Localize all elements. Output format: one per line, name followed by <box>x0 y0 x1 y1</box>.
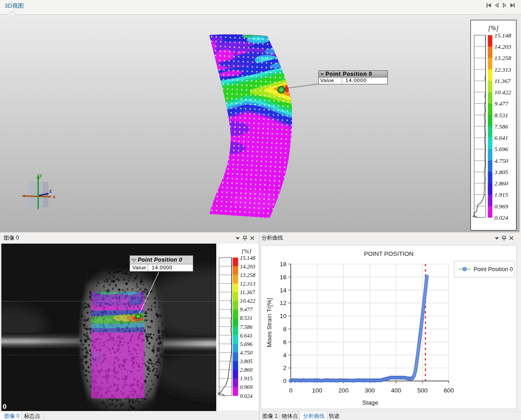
svg-text:10: 10 <box>279 313 286 319</box>
svg-text:14.203: 14.203 <box>494 43 511 50</box>
svg-text:4: 4 <box>283 352 287 359</box>
svg-text:Point Position 0: Point Position 0 <box>474 266 513 272</box>
svg-text:5.696: 5.696 <box>494 146 508 152</box>
svg-text:0.024: 0.024 <box>494 214 508 221</box>
svg-text:12.313: 12.313 <box>240 281 255 287</box>
svg-text:11.367: 11.367 <box>240 289 255 295</box>
svg-text:4.750: 4.750 <box>240 350 253 356</box>
svg-text:7.586: 7.586 <box>494 123 508 130</box>
svg-text:6.641: 6.641 <box>240 332 252 339</box>
svg-text:8.531: 8.531 <box>494 112 508 119</box>
svg-text:400: 400 <box>391 387 401 394</box>
svg-text:13.258: 13.258 <box>240 272 256 278</box>
svg-text:3.805: 3.805 <box>494 169 508 175</box>
svg-text:[%]: [%] <box>488 24 498 32</box>
svg-text:200: 200 <box>338 387 349 394</box>
svg-text:9.477: 9.477 <box>240 306 253 313</box>
svg-text:8.531: 8.531 <box>240 315 252 321</box>
svg-text:x: x <box>53 194 56 199</box>
svg-text:0.024: 0.024 <box>240 393 252 399</box>
svg-text:9.477: 9.477 <box>494 100 509 107</box>
svg-text:1.915: 1.915 <box>240 375 252 382</box>
svg-text:11.367: 11.367 <box>494 78 511 84</box>
svg-text:Mises Strain Tr[%]: Mises Strain Tr[%] <box>266 298 273 347</box>
svg-text:600: 600 <box>444 387 454 394</box>
svg-text:12: 12 <box>279 300 286 306</box>
svg-text:6.641: 6.641 <box>494 134 508 141</box>
svg-text:10.422: 10.422 <box>494 89 511 96</box>
svg-text:15.148: 15.148 <box>494 32 511 39</box>
svg-text:12.313: 12.313 <box>494 66 511 73</box>
svg-text:8: 8 <box>283 326 287 332</box>
svg-text:18: 18 <box>279 261 286 268</box>
svg-text:2.860: 2.860 <box>494 180 508 187</box>
svg-text:Stage: Stage <box>362 399 378 406</box>
svg-text:2.860: 2.860 <box>240 367 253 373</box>
svg-text:14.203: 14.203 <box>240 263 255 270</box>
svg-text:0.969: 0.969 <box>240 384 253 390</box>
svg-text:300: 300 <box>365 387 375 394</box>
svg-text:0: 0 <box>289 387 293 394</box>
svg-text:POINT POSITION: POINT POSITION <box>364 250 413 257</box>
svg-text:y: y <box>39 172 42 178</box>
svg-text:16: 16 <box>279 274 286 281</box>
svg-text:14: 14 <box>279 287 287 294</box>
svg-text:2: 2 <box>283 365 287 371</box>
svg-text:13.258: 13.258 <box>494 55 511 61</box>
svg-text:15.148: 15.148 <box>240 255 256 261</box>
svg-text:10.422: 10.422 <box>240 298 255 304</box>
svg-text:3.805: 3.805 <box>239 358 252 365</box>
svg-text:0: 0 <box>283 378 287 384</box>
svg-text:5.696: 5.696 <box>240 341 253 347</box>
svg-text:1.915: 1.915 <box>494 191 508 198</box>
svg-text:[%]: [%] <box>242 248 251 254</box>
svg-text:4.750: 4.750 <box>494 157 508 164</box>
svg-text:6: 6 <box>283 339 287 346</box>
svg-text:0.969: 0.969 <box>494 203 508 210</box>
svg-text:500: 500 <box>417 387 428 394</box>
svg-text:z: z <box>49 188 52 194</box>
svg-text:100: 100 <box>312 387 322 394</box>
svg-text:7.586: 7.586 <box>240 324 253 330</box>
svg-text:0: 0 <box>3 402 6 410</box>
